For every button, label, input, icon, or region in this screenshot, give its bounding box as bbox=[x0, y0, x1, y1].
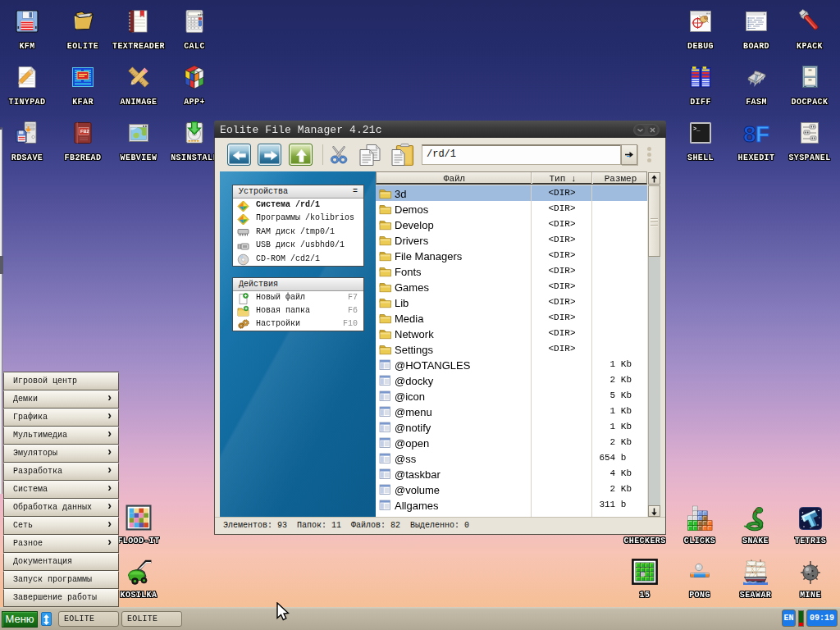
svg-text:5078: 5078 bbox=[198, 13, 205, 16]
svg-text:F: F bbox=[756, 121, 769, 146]
svg-text:8: 8 bbox=[743, 121, 756, 146]
svg-text:FB2: FB2 bbox=[80, 129, 89, 134]
svg-text:>_: >_ bbox=[693, 126, 701, 132]
